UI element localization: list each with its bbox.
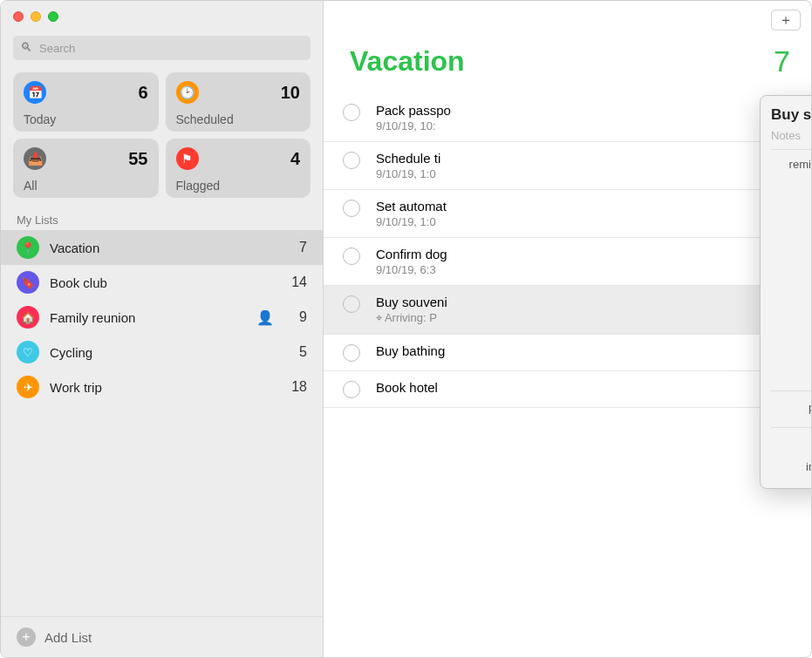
smart-all[interactable]: 📥 55 All bbox=[13, 139, 159, 198]
reminder-checkbox[interactable] bbox=[343, 248, 360, 265]
detail-title: Buy souvenirs bbox=[771, 106, 812, 124]
add-list-label: Add List bbox=[44, 630, 92, 645]
images-label: images bbox=[771, 459, 812, 473]
main-content: ＋ Vacation 7 Pack passpo9/10/19, 10:Sche… bbox=[324, 1, 811, 657]
minimize-window-button[interactable] bbox=[31, 11, 41, 22]
reminder-title: Pack passpo bbox=[376, 103, 790, 118]
reminder-checkbox[interactable] bbox=[343, 104, 360, 121]
add-list-button[interactable]: + Add List bbox=[1, 616, 323, 657]
smart-scheduled-count: 10 bbox=[281, 83, 300, 103]
remind-me-label: remind me bbox=[771, 157, 812, 171]
priority-label: priority bbox=[771, 400, 812, 414]
sidebar-item-work-trip[interactable]: ✈︎Work trip18 bbox=[1, 370, 323, 404]
reminder-subtitle: 9/10/19, 10: bbox=[376, 119, 790, 132]
list-name: Cycling bbox=[50, 345, 281, 360]
list-name: Vacation bbox=[50, 241, 281, 255]
list-count: 5 bbox=[281, 344, 307, 360]
smart-flagged-label: Flagged bbox=[176, 179, 301, 193]
heart-icon: ♡ bbox=[17, 341, 39, 363]
list-count: 7 bbox=[281, 240, 307, 255]
reminder-title: Set automat bbox=[376, 199, 790, 214]
reminder-checkbox[interactable] bbox=[343, 152, 360, 169]
sidebar-item-vacation[interactable]: 📍Vacation7 bbox=[1, 230, 323, 265]
reminder-detail-popover: Buy souvenirs ⚑ Notes remind me On a Day bbox=[760, 95, 812, 489]
smart-flagged[interactable]: ⚑ 4 Flagged bbox=[166, 139, 311, 198]
sidebar-item-cycling[interactable]: ♡Cycling5 bbox=[1, 335, 323, 370]
reminder-checkbox[interactable] bbox=[343, 381, 360, 398]
reminder-title: Schedule ti bbox=[376, 151, 790, 166]
smart-today[interactable]: 📅 6 Today bbox=[13, 72, 159, 132]
reminder-checkbox[interactable] bbox=[343, 200, 360, 217]
window: 🔍︎ 📅 6 Today 🕑 10 Scheduled bbox=[0, 0, 812, 658]
plane-icon: ✈︎ bbox=[17, 376, 39, 398]
sidebar-item-book-club[interactable]: 🔖Book club14 bbox=[1, 265, 323, 300]
list-name: Work trip bbox=[50, 380, 281, 395]
shared-icon: 👤 bbox=[256, 309, 274, 326]
sidebar: 🔍︎ 📅 6 Today 🕑 10 Scheduled bbox=[1, 1, 324, 657]
sidebar-item-family-reunion[interactable]: 🏠Family reunion👤9 bbox=[1, 300, 323, 335]
reminder-row[interactable]: Buy bathing bbox=[324, 335, 811, 371]
calendar-icon: 📅 bbox=[24, 81, 46, 104]
clock-icon: 🕑 bbox=[176, 81, 199, 104]
tray-icon: 📥 bbox=[24, 147, 46, 170]
reminder-row[interactable]: Buy souveni⌖ Arriving: P bbox=[324, 286, 811, 335]
smart-all-count: 55 bbox=[128, 149, 147, 169]
reminder-title: Confirm dog bbox=[376, 247, 790, 261]
list-count: 14 bbox=[281, 275, 307, 290]
bookmark-icon: 🔖 bbox=[17, 271, 39, 294]
reminder-list: Pack passpo9/10/19, 10:Schedule ti9/10/1… bbox=[324, 94, 811, 657]
toolbar: ＋ bbox=[324, 1, 811, 39]
reminder-title: Buy souveni bbox=[376, 295, 790, 309]
reminder-checkbox[interactable] bbox=[343, 295, 360, 313]
list-title: Vacation bbox=[350, 45, 465, 78]
smart-scheduled-label: Scheduled bbox=[176, 112, 301, 126]
reminder-subtitle: 9/10/19, 6:3 bbox=[376, 263, 790, 276]
reminder-subtitle: 9/10/19, 1:0 bbox=[376, 167, 790, 180]
flag-icon: ⚑ bbox=[176, 147, 199, 170]
list-name: Book club bbox=[50, 275, 281, 290]
reminder-subtitle: ⌖ Arriving: P bbox=[376, 311, 790, 325]
list-count: 9 bbox=[281, 309, 307, 325]
section-my-lists: My Lists bbox=[1, 208, 323, 230]
reminder-subtitle: 9/10/19, 1:0 bbox=[376, 215, 790, 228]
list-count: 18 bbox=[281, 379, 307, 395]
sidebar-lists: 📍Vacation7🔖Book club14🏠Family reunion👤9♡… bbox=[1, 230, 323, 616]
list-name: Family reunion bbox=[50, 310, 256, 325]
new-reminder-button[interactable]: ＋ bbox=[771, 10, 801, 31]
smart-today-label: Today bbox=[24, 112, 148, 126]
smart-list-grid: 📅 6 Today 🕑 10 Scheduled 📥 55 All bbox=[1, 69, 323, 208]
reminder-row[interactable]: Pack passpo9/10/19, 10: bbox=[324, 94, 811, 142]
reminder-checkbox[interactable] bbox=[343, 344, 360, 362]
reminder-title: Buy bathing bbox=[376, 343, 790, 358]
search-icon: 🔍︎ bbox=[20, 40, 32, 54]
reminder-row[interactable]: Set automat9/10/19, 1:0 bbox=[324, 190, 811, 238]
list-count: 7 bbox=[774, 44, 790, 78]
house-icon: 🏠 bbox=[17, 306, 39, 329]
plus-icon: + bbox=[17, 627, 36, 647]
reminder-row[interactable]: Schedule ti9/10/19, 1:0 bbox=[324, 142, 811, 190]
reminder-title: Book hotel bbox=[376, 380, 790, 395]
url-label: URL bbox=[771, 437, 812, 451]
fullscreen-window-button[interactable] bbox=[48, 11, 58, 22]
pin-icon: 📍 bbox=[17, 236, 39, 259]
close-window-button[interactable] bbox=[13, 11, 24, 22]
smart-today-count: 6 bbox=[138, 83, 147, 103]
smart-scheduled[interactable]: 🕑 10 Scheduled bbox=[166, 72, 311, 132]
window-controls bbox=[13, 11, 58, 22]
search-input[interactable] bbox=[13, 36, 310, 60]
smart-flagged-count: 4 bbox=[290, 149, 300, 169]
reminder-row[interactable]: Book hotel bbox=[324, 371, 811, 408]
notes-field[interactable]: Notes bbox=[771, 129, 812, 150]
reminder-row[interactable]: Confirm dog9/10/19, 6:3 bbox=[324, 238, 811, 286]
smart-all-label: All bbox=[24, 179, 148, 193]
